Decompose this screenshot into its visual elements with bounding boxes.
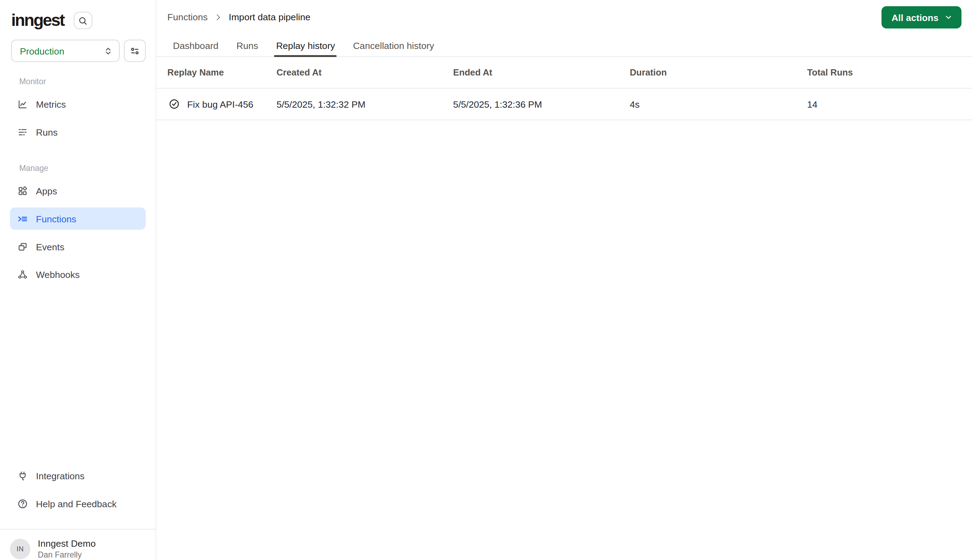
check-circle-icon: [169, 98, 180, 110]
sidebar-item-functions[interactable]: Functions: [10, 208, 146, 230]
sidebar-item-label: Apps: [36, 186, 57, 196]
main-content: Functions Import data pipeline All actio…: [156, 0, 972, 560]
avatar: IN: [10, 538, 30, 558]
sidebar-item-metrics[interactable]: Metrics: [10, 93, 146, 115]
webhooks-icon: [17, 269, 28, 280]
sidebar-section-monitor: Monitor: [19, 77, 146, 86]
replay-ended-at: 5/5/2025, 1:32:36 PM: [453, 99, 630, 109]
all-actions-label: All actions: [892, 12, 939, 23]
replay-name: Fix bug API-456: [187, 99, 253, 109]
search-button[interactable]: [74, 12, 92, 29]
breadcrumb-current: Import data pipeline: [229, 12, 310, 22]
chevron-down-icon: [944, 13, 953, 22]
sidebar-item-events[interactable]: Events: [10, 235, 146, 258]
table-row[interactable]: Fix bug API-456 5/5/2025, 1:32:32 PM 5/5…: [156, 88, 972, 120]
all-actions-button[interactable]: All actions: [882, 6, 962, 29]
question-circle-icon: [17, 498, 28, 508]
sidebar-item-label: Integrations: [36, 470, 85, 481]
topbar: Functions Import data pipeline All actio…: [156, 0, 972, 34]
sidebar-item-label: Events: [36, 241, 64, 252]
table-header-row: Replay Name Created At Ended At Duration…: [156, 57, 972, 88]
environment-selector[interactable]: Production: [11, 40, 119, 62]
events-windows-icon: [17, 241, 28, 252]
column-duration: Duration: [630, 67, 807, 77]
replay-history-table: Replay Name Created At Ended At Duration…: [156, 57, 972, 120]
sidebar-section-manage: Manage: [19, 163, 146, 173]
sidebar-item-webhooks[interactable]: Webhooks: [10, 263, 146, 286]
chevron-right-icon: [214, 13, 223, 21]
sliders-icon: [129, 45, 140, 56]
column-total-runs: Total Runs: [807, 67, 972, 77]
sidebar: inngest Production: [0, 0, 156, 560]
inngest-logo: inngest: [11, 11, 64, 30]
sidebar-item-help-feedback[interactable]: Help and Feedback: [10, 492, 146, 515]
sidebar-item-integrations[interactable]: Integrations: [10, 465, 146, 487]
user-name: Dan Farrelly: [38, 549, 95, 560]
sidebar-item-label: Webhooks: [36, 269, 80, 280]
sidebar-item-apps[interactable]: Apps: [10, 180, 146, 202]
search-icon: [78, 16, 87, 25]
sidebar-item-label: Metrics: [36, 99, 66, 109]
tab-cancellation-history[interactable]: Cancellation history: [351, 34, 436, 56]
chevron-up-down-icon: [103, 46, 113, 56]
replay-created-at: 5/5/2025, 1:32:32 PM: [276, 99, 453, 109]
replay-duration: 4s: [630, 99, 807, 109]
column-ended-at: Ended At: [453, 67, 630, 77]
tab-runs[interactable]: Runs: [234, 34, 260, 56]
sidebar-item-label: Runs: [36, 127, 58, 137]
chart-line-icon: [17, 99, 28, 109]
environment-selector-value: Production: [20, 45, 64, 56]
tab-dashboard[interactable]: Dashboard: [171, 34, 221, 56]
sidebar-item-runs[interactable]: Runs: [10, 121, 146, 143]
user-menu[interactable]: IN Inngest Demo Dan Farrelly: [0, 530, 156, 560]
breadcrumb: Functions Import data pipeline: [167, 12, 310, 22]
breadcrumb-functions[interactable]: Functions: [167, 12, 207, 22]
org-name: Inngest Demo: [38, 538, 95, 550]
functions-icon: [17, 213, 28, 224]
apps-grid-icon: [17, 186, 28, 196]
replay-total-runs: 14: [807, 99, 972, 109]
environment-settings-button[interactable]: [124, 40, 146, 62]
tab-bar: Dashboard Runs Replay history Cancellati…: [156, 34, 972, 57]
sidebar-item-label: Functions: [36, 213, 76, 224]
column-replay-name: Replay Name: [167, 67, 276, 77]
column-created-at: Created At: [276, 67, 453, 77]
plug-icon: [17, 470, 28, 481]
sidebar-item-label: Help and Feedback: [36, 498, 117, 508]
tab-replay-history[interactable]: Replay history: [274, 34, 337, 56]
app-root: inngest Production: [0, 0, 972, 560]
runs-list-icon: [17, 127, 28, 137]
